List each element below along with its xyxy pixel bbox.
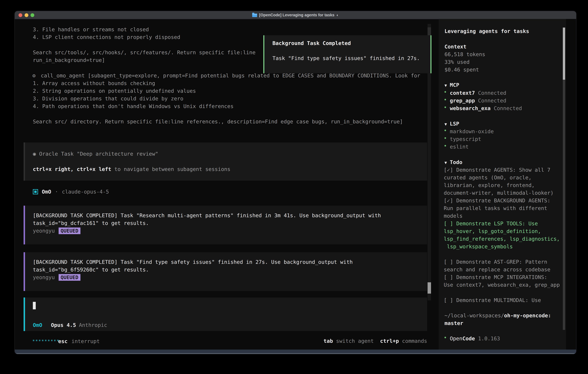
mcp-section-header[interactable]: ▼MCP	[444, 82, 459, 89]
spinner-dot	[39, 340, 40, 341]
workspace-branch: master	[444, 320, 463, 327]
tool-call-item: 3. Division operations that could divide…	[33, 95, 183, 102]
background-task-toast[interactable]: Background Task Completed Task "Find typ…	[263, 35, 431, 73]
window-title: [OpenCode] Leveraging agents for tasks	[259, 13, 335, 17]
spinner-dot	[36, 340, 37, 341]
agent-name: OmO	[42, 188, 51, 195]
version-number: 1.0.163	[478, 335, 500, 342]
todo-section-header[interactable]: ▼Todo	[444, 159, 462, 166]
bullet-icon	[444, 337, 446, 338]
context-header: Context	[444, 43, 466, 50]
spinner-dot	[51, 340, 52, 341]
todo-line-pending: [ ] Demonstrate AST-GREP: Pattern	[444, 259, 547, 265]
todo-line-pending: [ ] Demonstrate MULTIMODAL: Use	[444, 297, 541, 303]
todo-line-active: lsp_workspace_symbols	[444, 243, 513, 250]
collapse-triangle-icon[interactable]: ▼	[444, 122, 447, 126]
tool-call-item: 2. String operations on potentially unde…	[33, 88, 196, 94]
agent-session-row[interactable]: OmO · claude-opus-4-5	[33, 188, 109, 195]
session-sidebar: Leveraging agents for tasks Context 66,5…	[439, 19, 576, 350]
tab-key-hint[interactable]: tab	[324, 338, 333, 344]
active-agent-name[interactable]: OmO	[33, 322, 42, 328]
esc-key-hint[interactable]: esc	[58, 338, 68, 345]
tool-call-line: Search src/ directory. Return specific f…	[33, 118, 403, 125]
toast-body: Task "Find type safety issues" finished …	[273, 55, 420, 61]
tool-call-item: 1. Array access without bounds checking	[33, 80, 155, 87]
bullet-icon	[444, 145, 446, 146]
todo-line-done: [✓] Demonstrate BACKGROUND AGENTS:	[444, 197, 550, 204]
brand-open: Open	[450, 335, 462, 342]
task-meta-row: yeongyu QUEUED	[33, 274, 80, 281]
mcp-item: context7 Connected	[444, 90, 506, 96]
mcp-item: websearch_exa Connected	[444, 105, 522, 112]
agent-checkbox-icon	[33, 189, 38, 194]
window-title-group: [OpenCode] Leveraging agents for tasks ◐	[15, 11, 576, 19]
opencode-terminal-window: [OpenCode] Leveraging agents for tasks ◐…	[14, 11, 577, 354]
window-titlebar[interactable]: [OpenCode] Leveraging agents for tasks ◐	[15, 11, 576, 19]
task-user: yeongyu	[33, 274, 55, 281]
lsp-item: typescript	[444, 136, 481, 143]
todo-line-done: document-writer, multimodal-looker)	[444, 190, 554, 196]
dot-separator: ·	[55, 188, 58, 195]
session-title: Leveraging agents for tasks	[444, 28, 529, 35]
tab-key-label: switch agent	[336, 338, 374, 344]
task-message-line: task_id="bg_6f59260c" to get results.	[33, 266, 149, 273]
todo-line-done: [✓] Demonstrate AGENTS: Show all 7	[444, 166, 550, 173]
oracle-task-panel	[24, 143, 427, 181]
todo-line-done: models	[444, 213, 462, 219]
lsp-section-header[interactable]: ▼LSP	[444, 120, 459, 128]
todo-line-active: lsp_find_references, lsp_diagnostics,	[444, 236, 560, 242]
bullet-icon	[444, 130, 446, 131]
status-badge: QUEUED	[59, 228, 80, 234]
keyboard-shortcut: ctrl+x right, ctrl+x left	[33, 166, 111, 172]
context-tokens: 66,518 tokens	[444, 51, 485, 58]
todo-line-done: curated agents (OmO, oracle,	[444, 174, 532, 181]
text-cursor	[33, 302, 36, 309]
todo-line-active: lsp_hover, lsp_goto_definition,	[444, 228, 541, 235]
scrollback-line: Search src/tools/, src/hooks/, src/featu…	[33, 49, 255, 56]
task-user: yeongyu	[33, 228, 55, 234]
todo-line-done: Run parallel tasks with different	[444, 205, 547, 212]
esc-key-label: interrupt	[72, 338, 100, 345]
ctrlp-key-hint[interactable]: ctrl+p	[380, 338, 399, 344]
model-provider: Anthropic	[79, 322, 107, 328]
bullet-icon	[444, 137, 446, 139]
scrollback-line: 3. File handles or streams not closed	[33, 26, 149, 33]
todo-line-pending: [ ] Demonstrate MCP INTEGRATIONS:	[444, 274, 547, 280]
oracle-icon: ◉	[33, 151, 36, 157]
task-message-line: task_id="bg_dcfac161" to get results.	[33, 220, 149, 227]
folder-icon	[252, 14, 257, 17]
collapse-triangle-icon[interactable]: ▼	[444, 160, 447, 165]
toast-title: Background Task Completed	[273, 40, 351, 46]
todo-line-done: librarian, explore, frontend,	[444, 182, 535, 189]
main-scrollbar-thumb[interactable]	[428, 282, 431, 294]
task-message-line: [BACKGROUND TASK COMPLETED] Task "Find t…	[33, 259, 353, 265]
scrollback-line: run_in_background=true]	[33, 57, 105, 63]
spinner-dot	[42, 340, 43, 341]
window-bottom-bar	[15, 350, 576, 354]
collapse-triangle-icon[interactable]: ▼	[444, 83, 447, 88]
spinner-dot	[33, 340, 34, 341]
sidebar-scrollbar-thumb[interactable]	[563, 28, 565, 80]
todo-line-pending: Use context7, websearch_exa, grep_app	[444, 281, 560, 288]
lsp-item: markdown-oxide	[444, 128, 494, 135]
task-meta-row: yeongyu QUEUED	[33, 228, 80, 234]
spinner-dot	[48, 340, 50, 341]
ctrlp-key-label: commands	[402, 338, 427, 344]
context-spent: $0.46 spent	[444, 66, 479, 73]
bullet-icon	[444, 99, 446, 100]
oracle-task-title: ◉ Oracle Task "Deep architecture review"	[33, 151, 158, 157]
workspace-path: ~/local-workspaces/oh-my-opencode:	[444, 312, 551, 319]
agent-model: claude-opus-4-5	[62, 188, 109, 195]
active-model[interactable]: Opus 4.5	[51, 322, 76, 328]
gear-icon: ⚙	[32, 72, 36, 79]
brand-code: Code	[462, 335, 475, 342]
todo-line-pending: search and replace across codebase	[444, 266, 550, 273]
task-message-line: [BACKGROUND TASK COMPLETED] Task "Resear…	[33, 212, 381, 219]
oracle-task-hint: ctrl+x right, ctrl+x left to navigate be…	[33, 166, 230, 173]
scrollback-line: 4. LSP client connections not properly d…	[33, 34, 180, 41]
statusbar-right: tab switch agent ctrl+p commands	[324, 338, 427, 344]
spinner-dots	[33, 340, 59, 341]
todo-line-active: [ ] Demonstrate LSP TOOLS: Use	[444, 220, 538, 227]
spinner-dot	[54, 340, 56, 341]
bullet-icon	[444, 91, 446, 93]
